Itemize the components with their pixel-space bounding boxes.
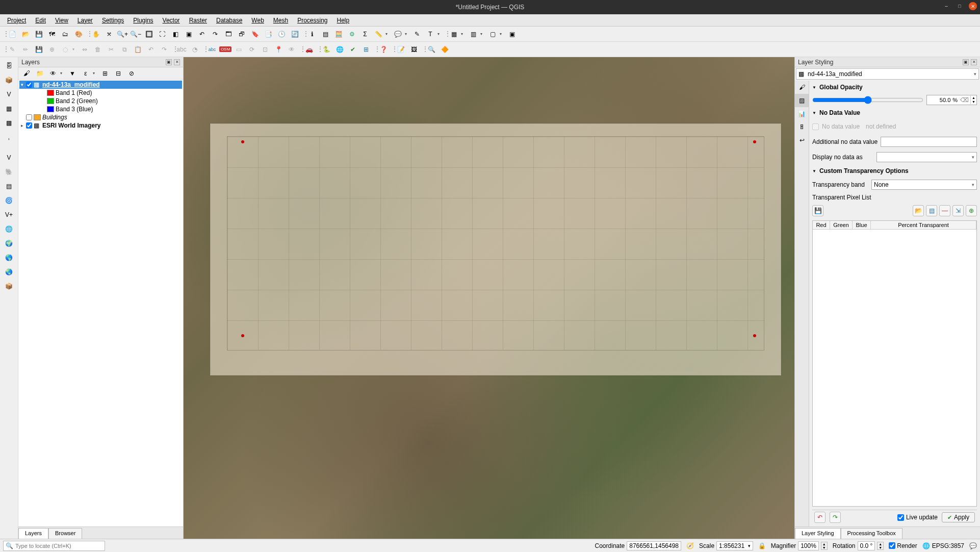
menu-view[interactable]: View [51, 16, 72, 25]
rotation-value[interactable]: 0.0 ° [858, 541, 875, 550]
layers-tree[interactable]: ▾ ▩ nd-44-13a_modified Band 1 (Red) Band… [18, 80, 183, 526]
toolbar-handle[interactable] [391, 43, 394, 56]
plugin-img-icon[interactable]: 🖼 [408, 43, 420, 56]
menu-raster[interactable]: Raster [185, 16, 211, 25]
add-oracle-icon[interactable]: 🌀 [3, 194, 16, 207]
section-nodata[interactable]: No Data Value [812, 108, 977, 117]
dropdown-arrow-icon[interactable]: ▾ [972, 182, 974, 187]
save-project-icon[interactable]: 💾 [33, 28, 45, 40]
toolbar-handle[interactable] [421, 43, 424, 56]
coordinate-toggle-icon[interactable]: 🧭 [686, 542, 694, 549]
render-toggle[interactable]: Render [889, 542, 917, 549]
step-up-icon[interactable]: ▲ [821, 542, 827, 546]
select-all-icon[interactable]: ▣ [506, 28, 518, 40]
live-update-checkbox[interactable] [897, 514, 904, 521]
map-tips-icon[interactable]: 💬 [392, 28, 404, 40]
toolbar-handle[interactable] [373, 43, 376, 56]
step-down-icon[interactable]: ▼ [971, 100, 976, 104]
select-by-value-icon[interactable]: ▥ [467, 28, 479, 40]
dropdown-arrow-icon[interactable]: ▾ [500, 32, 505, 36]
close-button[interactable] [969, 2, 977, 10]
zoom-in-icon[interactable]: 🔍+ [116, 28, 128, 40]
crs-field[interactable]: 🌐 EPSG:3857 [922, 542, 964, 549]
menu-settings[interactable]: Settings [98, 16, 128, 25]
bookmark-manager-icon[interactable]: 📑 [262, 28, 274, 40]
pan-to-selection-icon[interactable]: ⤧ [103, 28, 115, 40]
tab-layers[interactable]: Layers [18, 528, 48, 539]
toolbar-handle[interactable] [202, 43, 205, 56]
new-geopackage-icon[interactable]: 📦 [3, 73, 16, 87]
remove-pixel-row-icon[interactable]: — [939, 205, 950, 216]
live-update-toggle[interactable]: Live update [897, 514, 938, 521]
new-map-view-icon[interactable]: 🗔 [222, 28, 235, 40]
zoom-layer-icon[interactable]: ▣ [183, 28, 195, 40]
layer-item-nd4413a[interactable]: ▾ ▩ nd-44-13a_modified [19, 81, 182, 89]
menu-layer[interactable]: Layer [73, 16, 97, 25]
style-preset-icon[interactable]: 🖌 [20, 67, 33, 80]
dropdown-arrow-icon[interactable]: ▾ [60, 71, 65, 76]
save-pixel-list-icon[interactable]: 💾 [812, 205, 823, 216]
add-wms-icon[interactable]: 🌐 [3, 222, 16, 236]
zoom-last-icon[interactable]: ↶ [196, 28, 208, 40]
display-nodata-combo[interactable]: ▾ [876, 152, 977, 162]
new-print-layout-icon[interactable]: 🗺 [46, 28, 58, 40]
render-checkbox[interactable] [889, 542, 895, 549]
remove-layer-icon[interactable]: ⊘ [125, 67, 138, 80]
plugin-x-icon[interactable]: 🔶 [439, 43, 451, 56]
add-raster-icon[interactable]: ▦ [3, 102, 16, 115]
new-bookmark-icon[interactable]: 🔖 [249, 28, 261, 40]
import-pixel-icon[interactable]: ⇲ [952, 205, 964, 216]
toolbar-handle[interactable] [302, 28, 305, 40]
layer-visibility-checkbox[interactable] [26, 122, 32, 129]
layer-item-esri[interactable]: ▸ ▩ ESRI World Imagery [19, 121, 182, 130]
open-pixel-list-icon[interactable]: 📂 [913, 205, 924, 216]
vtab-symbology-icon[interactable]: 🖌 [795, 81, 809, 94]
undo-style-icon[interactable]: ↶ [814, 512, 826, 523]
menu-mesh[interactable]: Mesh [269, 16, 292, 25]
filter-by-expression-icon[interactable]: ε [80, 67, 92, 80]
menu-edit[interactable]: Edit [31, 16, 50, 25]
text-annotation-icon[interactable]: T [424, 28, 436, 40]
field-calculator-icon[interactable]: 🧮 [332, 28, 345, 40]
close-panel-icon[interactable]: ✕ [971, 59, 977, 65]
vtab-transparency-icon[interactable]: ▨ [795, 94, 809, 107]
col-percent[interactable]: Percent Transparent [871, 221, 976, 229]
layer-item-buildings[interactable]: Buildings [19, 113, 182, 121]
dropdown-arrow-icon[interactable]: ▾ [748, 543, 751, 548]
opacity-spinbox[interactable]: % ⌫ ▲▼ [926, 95, 977, 105]
opacity-slider[interactable] [812, 96, 923, 104]
tab-layer-styling[interactable]: Layer Styling [795, 528, 841, 539]
toolbar-handle[interactable] [299, 43, 302, 56]
add-pixel-row-icon[interactable]: ▤ [926, 205, 937, 216]
open-data-source-icon[interactable]: 🗄 [3, 59, 16, 72]
tab-processing-toolbox[interactable]: Processing Toolbox [841, 528, 902, 539]
menu-plugins[interactable]: Plugins [129, 16, 157, 25]
locator-search[interactable]: 🔍 [3, 541, 105, 551]
transparency-band-combo[interactable]: None ▾ [871, 180, 977, 190]
toolbar-handle[interactable] [171, 43, 174, 56]
dropdown-arrow-icon[interactable]: ▾ [93, 71, 98, 76]
add-delimited-icon[interactable]: , [3, 131, 16, 144]
minimize-button[interactable] [942, 2, 950, 10]
map-canvas[interactable] [184, 57, 794, 539]
apply-button[interactable]: Apply [942, 512, 975, 522]
magnifier-value[interactable]: 100% [798, 541, 819, 550]
collapse-all-icon[interactable]: ⊟ [112, 67, 124, 80]
style-manager-icon[interactable]: 🎨 [72, 28, 85, 40]
undock-icon[interactable]: ▣ [166, 59, 172, 65]
transparent-pixel-table[interactable]: Red Green Blue Percent Transparent [812, 220, 977, 507]
attribute-table-icon[interactable]: ▤ [319, 28, 331, 40]
tab-browser[interactable]: Browser [48, 528, 82, 539]
locator-input[interactable] [15, 543, 102, 549]
dropdown-arrow-icon[interactable]: ▾ [461, 32, 466, 36]
add-mssql-icon[interactable]: ▤ [3, 180, 16, 193]
messages-icon[interactable]: 💬 [969, 542, 977, 549]
menu-vector[interactable]: Vector [159, 16, 184, 25]
expand-icon[interactable]: ▸ [19, 123, 24, 128]
zoom-selection-icon[interactable]: ◧ [169, 28, 182, 40]
undock-icon[interactable]: ▣ [963, 59, 969, 65]
dropdown-arrow-icon[interactable]: ▾ [974, 71, 976, 77]
dropdown-arrow-icon[interactable]: ▾ [480, 32, 485, 36]
band-item[interactable]: Band 1 (Red) [19, 89, 182, 97]
measure-icon[interactable]: 📏 [372, 28, 384, 40]
